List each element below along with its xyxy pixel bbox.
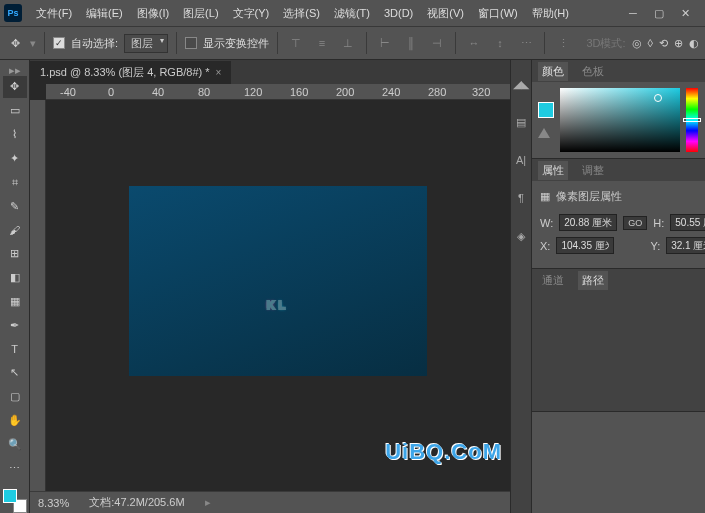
swatches-tab[interactable]: 色板 — [578, 62, 608, 81]
document-area: 1.psd @ 8.33% (图层 4, RGB/8#) * × -40 0 4… — [30, 60, 510, 513]
tab-close-icon[interactable]: × — [216, 67, 222, 78]
wand-tool[interactable]: ✦ — [3, 147, 27, 169]
lasso-tool[interactable]: ⌇ — [3, 124, 27, 146]
color-tab[interactable]: 颜色 — [538, 62, 568, 81]
picker-cursor — [654, 94, 662, 102]
color-fg-swatch[interactable] — [538, 102, 554, 118]
maximize-button[interactable]: ▢ — [653, 7, 665, 19]
x-label: X: — [540, 240, 550, 252]
menu-help[interactable]: 帮助(H) — [526, 3, 575, 24]
3d-pan-icon[interactable]: ◊ — [648, 37, 653, 50]
paths-tab[interactable]: 路径 — [578, 271, 608, 290]
adjustments-tab[interactable]: 调整 — [578, 161, 608, 180]
more-align-icon[interactable]: ⋮ — [553, 33, 573, 53]
ruler-mark: 280 — [428, 86, 446, 98]
align-left-icon[interactable]: ⊢ — [375, 33, 395, 53]
menu-image[interactable]: 图像(I) — [131, 3, 175, 24]
move-tool-icon[interactable]: ✥ — [6, 34, 24, 52]
ruler-mark: 80 — [198, 86, 210, 98]
letter-l: L — [279, 299, 290, 311]
hand-tool[interactable]: ✋ — [3, 410, 27, 432]
options-bar: ✥ ▾ ✓ 自动选择: 图层 显示变换控件 ⊤ ≡ ⊥ ⊢ ║ ⊣ ↔ ↕ ⋯ … — [0, 26, 705, 60]
close-button[interactable]: ✕ — [679, 7, 691, 19]
horizontal-ruler[interactable]: -40 0 40 80 120 160 200 240 280 320 — [46, 84, 510, 100]
eyedropper-tool[interactable]: ✎ — [3, 195, 27, 217]
layers-icon[interactable]: ◈ — [511, 226, 531, 246]
brush-tool[interactable]: 🖌 — [3, 219, 27, 241]
menu-edit[interactable]: 编辑(E) — [80, 3, 129, 24]
menu-file[interactable]: 文件(F) — [30, 3, 78, 24]
align-top-icon[interactable]: ⊤ — [286, 33, 306, 53]
3d-roll-icon[interactable]: ◐ — [689, 37, 699, 50]
right-panels: ◢◣ ▤ A| ¶ ◈ 颜色 色板 ≡ — [510, 60, 705, 513]
status-menu-icon[interactable]: ▸ — [205, 496, 211, 509]
zoom-tool[interactable]: 🔍 — [3, 433, 27, 455]
zoom-level[interactable]: 8.33% — [38, 497, 69, 509]
file-size: 文档:47.2M/205.6M — [89, 495, 184, 510]
canvas[interactable]: KL UiBQ.CoM — [46, 100, 510, 491]
show-transform-checkbox[interactable] — [185, 37, 197, 49]
auto-select-checkbox[interactable]: ✓ — [53, 37, 65, 49]
history-icon[interactable]: ◢◣ — [511, 74, 531, 94]
align-vcenter-icon[interactable]: ≡ — [312, 33, 332, 53]
menu-type[interactable]: 文字(Y) — [227, 3, 276, 24]
3d-orbit-icon[interactable]: ◎ — [632, 37, 642, 50]
align-right-icon[interactable]: ⊣ — [427, 33, 447, 53]
move-tool[interactable]: ✥ — [3, 76, 27, 98]
menu-3d[interactable]: 3D(D) — [378, 4, 419, 22]
x-input[interactable] — [556, 237, 614, 254]
dist-spacing-icon[interactable]: ⋯ — [516, 33, 536, 53]
gradient-tool[interactable]: ▦ — [3, 290, 27, 312]
artboard[interactable]: KL — [129, 186, 427, 376]
paragraph-icon[interactable]: ¶ — [511, 188, 531, 208]
type-tool[interactable]: T — [3, 338, 27, 360]
menu-layer[interactable]: 图层(L) — [177, 3, 224, 24]
canvas-text: KL — [267, 234, 290, 328]
dist-v-icon[interactable]: ↕ — [490, 33, 510, 53]
document-tab[interactable]: 1.psd @ 8.33% (图层 4, RGB/8#) * × — [30, 61, 231, 84]
crop-tool[interactable]: ⌗ — [3, 171, 27, 193]
y-input[interactable] — [666, 237, 705, 254]
stamp-tool[interactable]: ⊞ — [3, 243, 27, 265]
auto-select-dropdown[interactable]: 图层 — [124, 34, 168, 53]
link-wh-button[interactable]: GO — [623, 216, 647, 230]
marquee-tool[interactable]: ▭ — [3, 100, 27, 122]
character-icon[interactable]: A| — [511, 150, 531, 170]
ruler-mark: 40 — [152, 86, 164, 98]
minimize-button[interactable]: ─ — [627, 7, 639, 19]
paths-body[interactable] — [532, 291, 705, 411]
dist-h-icon[interactable]: ↔ — [464, 33, 484, 53]
height-input[interactable] — [670, 214, 705, 231]
toolbar-expand-icon[interactable]: ▸▸ — [9, 64, 21, 74]
color-panel: 颜色 色板 ≡ — [532, 60, 705, 159]
vertical-ruler[interactable] — [30, 100, 46, 491]
menu-window[interactable]: 窗口(W) — [472, 3, 524, 24]
collapsed-panels: ◢◣ ▤ A| ¶ ◈ — [510, 60, 532, 513]
3d-slide-icon[interactable]: ⟲ — [659, 37, 668, 50]
align-hcenter-icon[interactable]: ║ — [401, 33, 421, 53]
more-tools-icon[interactable]: ⋯ — [3, 457, 27, 479]
3d-scale-icon[interactable]: ⊕ — [674, 37, 683, 50]
eraser-tool[interactable]: ◧ — [3, 267, 27, 289]
width-input[interactable] — [559, 214, 617, 231]
color-swatches[interactable] — [3, 489, 27, 513]
align-bottom-icon[interactable]: ⊥ — [338, 33, 358, 53]
foreground-swatch[interactable] — [3, 489, 17, 503]
properties-tab[interactable]: 属性 — [538, 161, 568, 180]
color-picker[interactable] — [560, 88, 680, 152]
shape-tool[interactable]: ▢ — [3, 386, 27, 408]
hue-slider[interactable] — [686, 88, 698, 152]
channels-tab[interactable]: 通道 — [538, 271, 568, 290]
path-tool[interactable]: ↖ — [3, 362, 27, 384]
color-bg-swatch[interactable] — [538, 128, 550, 138]
menu-view[interactable]: 视图(V) — [421, 3, 470, 24]
ruler-mark: -40 — [60, 86, 76, 98]
ruler-mark: 160 — [290, 86, 308, 98]
libraries-icon[interactable]: ▤ — [511, 112, 531, 132]
pen-tool[interactable]: ✒ — [3, 314, 27, 336]
menu-filter[interactable]: 滤镜(T) — [328, 3, 376, 24]
ruler-mark: 240 — [382, 86, 400, 98]
menu-select[interactable]: 选择(S) — [277, 3, 326, 24]
tab-title: 1.psd @ 8.33% (图层 4, RGB/8#) * — [40, 65, 210, 80]
pixel-layer-icon: ▦ — [540, 190, 550, 203]
